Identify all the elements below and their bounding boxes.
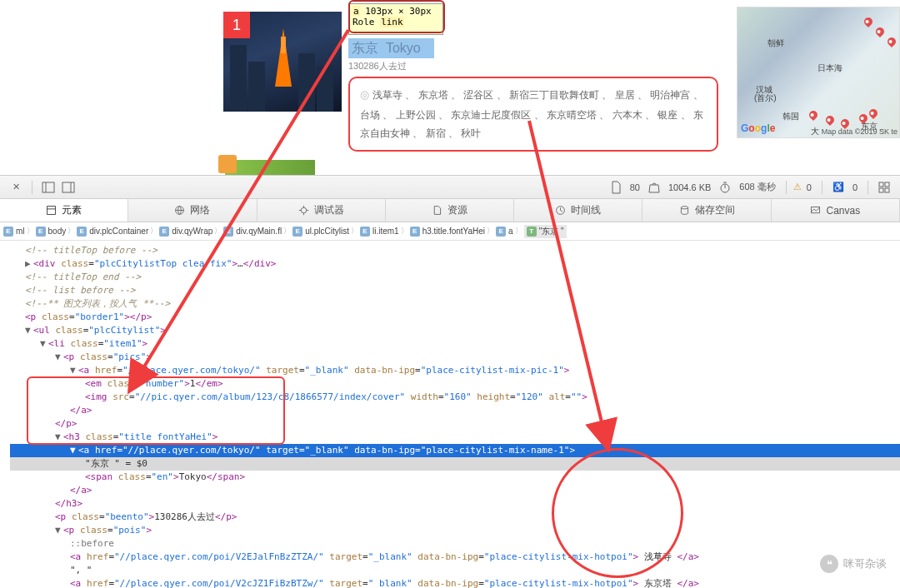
tab-network[interactable]: 网络 [128, 199, 257, 222]
dom-node[interactable]: <span class="en">Tokyo</span> [10, 471, 900, 484]
weight-icon [648, 181, 661, 194]
svg-rect-10 [885, 188, 889, 192]
dom-node[interactable]: ▼<p class="pois"> [10, 524, 900, 537]
next-item-thumb [225, 160, 315, 175]
dom-node[interactable]: </a> [10, 484, 900, 497]
dom-node[interactable]: <a href="//place.qyer.com/poi/V2EJalFnBz… [10, 551, 900, 564]
dom-node[interactable]: <p class="border1"></p> [10, 311, 900, 324]
dom-node[interactable]: ▼<li class="item1"> [10, 337, 900, 351]
google-logo: Google [741, 122, 775, 134]
dom-node[interactable]: "东京 " = $0 [10, 457, 900, 471]
document-icon [609, 181, 622, 194]
rank-badge: 1 [223, 12, 250, 38]
close-icon[interactable]: ✕ [9, 181, 22, 194]
dashboard-icon[interactable] [878, 181, 891, 194]
map-attribution: Map data ©2019 SK te [822, 127, 898, 136]
stopwatch-icon [718, 181, 732, 194]
city-title-link[interactable]: 东京 Tokyo [348, 38, 434, 58]
dom-tree[interactable]: <!-- titleTop before -->▶<div class="plc… [0, 241, 900, 588]
webpage-preview: 1 a 103px × 30px Role link 东京 Tokyo 1302… [0, 0, 900, 175]
transfer-size: 1004.6 KB [668, 182, 711, 192]
sidebar-right-icon[interactable] [62, 181, 75, 194]
dom-node[interactable]: </p> [10, 417, 900, 431]
svg-line-21 [561, 211, 562, 212]
svg-rect-2 [62, 182, 74, 192]
svg-point-22 [681, 207, 688, 209]
tab-resources[interactable]: 资源 [386, 199, 514, 222]
devtools-toolbar: ✕ 80 1004.6 KB 608 毫秒 ⚠0 ♿0 [0, 176, 900, 199]
warning-icon[interactable]: ⚠ [793, 182, 802, 192]
sidebar-left-icon[interactable] [42, 181, 55, 194]
dom-node[interactable]: ▶<div class="plcCitylistTop clearfix">…<… [10, 257, 900, 271]
a11y-icon[interactable]: ♿ [832, 181, 845, 194]
dom-node[interactable]: <!--** 图文列表，按人气 **--> [10, 297, 900, 311]
svg-rect-11 [48, 207, 56, 215]
dom-node[interactable]: </a> [10, 404, 900, 417]
load-time: 608 毫秒 [739, 181, 775, 193]
dom-node[interactable]: <em class="number">1</em> [10, 377, 900, 391]
tab-elements[interactable]: 元素 [0, 199, 128, 222]
dom-node[interactable]: ▼<h3 class="title fontYaHei"> [10, 431, 900, 444]
dom-breadcrumb[interactable]: EmlEbodyEdiv.plcContainerEdiv.qyWrapEdiv… [0, 222, 900, 241]
tab-storage[interactable]: 储存空间 [642, 199, 771, 222]
svg-rect-7 [879, 182, 883, 187]
doc-count: 80 [630, 182, 640, 192]
inspect-tooltip: a 103px × 30px Role link [348, 3, 443, 35]
poi-list-box[interactable]: ◎浅草寺 、 东京塔 、 涩谷区 、 新宿三丁目歌舞伎町 、 皇居 、 明治神宫… [348, 77, 718, 152]
devtools-panel: ✕ 80 1004.6 KB 608 毫秒 ⚠0 ♿0 元素网络调试器资源时间线… [0, 175, 900, 588]
tab-debug[interactable]: 调试器 [258, 199, 386, 222]
dom-node[interactable]: <a href="//place.qyer.com/poi/V2cJZ1FiBz… [10, 577, 900, 588]
devtools-tabbar: 元素网络调试器资源时间线储存空间Canvas [0, 199, 900, 222]
map-thumbnail[interactable]: 朝鲜日本海汉城(首尔)韩国大东京 Google Map data ©2019 S… [737, 7, 900, 138]
svg-rect-9 [879, 188, 883, 192]
dom-node[interactable]: <!-- titleTop before --> [10, 244, 900, 257]
dom-node[interactable]: <img src="//pic.qyer.com/album/123/c8/18… [10, 391, 900, 404]
dom-node[interactable]: <!-- list before --> [10, 284, 900, 297]
dom-node[interactable]: ::before [10, 537, 900, 551]
tab-canvas[interactable]: Canvas [772, 199, 900, 222]
dom-node[interactable]: ▼<a href="//place.qyer.com/tokyo/" targe… [10, 444, 900, 457]
pin-icon: ◎ [360, 88, 369, 101]
dom-node[interactable]: </h3> [10, 497, 900, 511]
dom-node[interactable]: ▼<a href="//place.qyer.com/tokyo/" targe… [10, 364, 900, 377]
svg-rect-0 [42, 182, 54, 192]
visitor-count: 130286人去过 [348, 60, 407, 72]
wechat-icon: ❝ [820, 555, 838, 573]
tab-time[interactable]: 时间线 [514, 199, 642, 222]
dom-node[interactable]: ", " [10, 564, 900, 577]
dom-node[interactable]: <!-- titleTop end --> [10, 271, 900, 284]
dom-node[interactable]: <p class="beento">130286人去过</p> [10, 511, 900, 524]
watermark: ❝ 咪哥杂谈 [820, 555, 887, 573]
dom-node[interactable]: ▼<p class="pics"> [10, 351, 900, 364]
svg-point-14 [301, 207, 307, 213]
svg-rect-8 [885, 182, 889, 187]
dom-node[interactable]: ▼<ul class="plcCitylist"> [10, 324, 900, 337]
